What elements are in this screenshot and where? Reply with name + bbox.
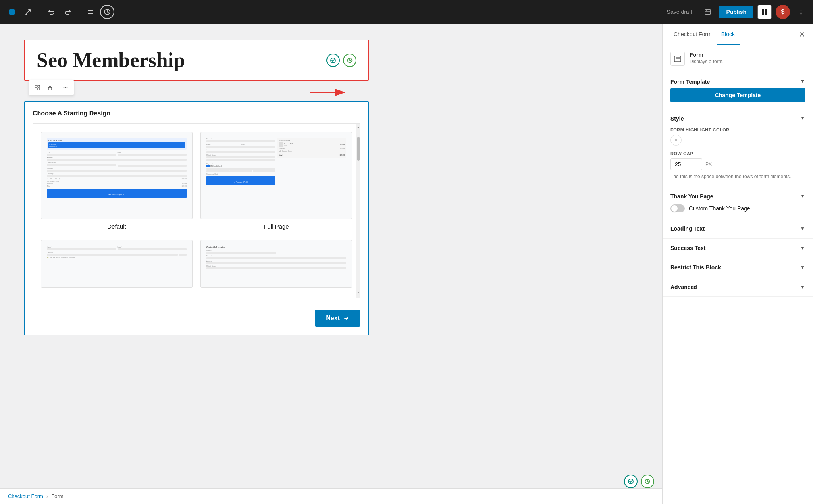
design-preview-contact: Contact Information Name * Email * Addre…: [200, 240, 352, 288]
breadcrumb-parent-link[interactable]: Checkout Form: [8, 493, 43, 499]
thank-you-header[interactable]: Thank You Page ▲: [670, 193, 805, 200]
design-grid: Choose A Plan ● Security$99.99/mo First …: [33, 124, 360, 298]
next-button[interactable]: Next: [315, 310, 360, 327]
list-view-button[interactable]: [83, 5, 98, 19]
thank-you-chevron: ▲: [800, 194, 805, 199]
change-template-button[interactable]: Change Template: [670, 88, 805, 102]
form-info-section: Form Displays a form.: [663, 45, 813, 72]
toolbar-left: [5, 5, 659, 19]
advanced-title: Advanced: [670, 284, 697, 290]
design-option-compact[interactable]: Name * Email * Payment 🔒 This is a secur…: [41, 240, 193, 290]
svg-rect-7: [762, 9, 764, 12]
svg-point-12: [801, 12, 802, 13]
toolbar-divider-1: [40, 6, 40, 17]
highlight-color-label: FORM HIGHLIGHT COLOR: [670, 127, 805, 132]
row-gap-field: ROW GAP PX The this is the space between…: [670, 151, 805, 180]
design-option-contact[interactable]: Contact Information Name * Email * Addre…: [200, 240, 352, 290]
svg-rect-1: [88, 10, 93, 11]
design-preview-fullpage: Email * First * Last Address United Stat…: [200, 132, 352, 219]
form-icon: [670, 52, 685, 66]
design-preview-default: Choose A Plan ● Security$99.99/mo First …: [41, 132, 193, 219]
svg-point-6: [706, 10, 707, 11]
svg-rect-9: [762, 12, 764, 15]
restrict-block-title: Restrict This Block: [670, 264, 721, 271]
floating-teal-icon[interactable]: [624, 475, 638, 488]
design-preview-compact: Name * Email * Payment 🔒 This is a secur…: [41, 240, 193, 288]
loading-text-chevron: ▼: [800, 226, 805, 231]
style-chevron: ▲: [800, 116, 805, 121]
sidebar-close-button[interactable]: ✕: [798, 29, 807, 40]
style-section-header[interactable]: Style ▲: [670, 115, 805, 122]
thank-you-toggle-row: Custom Thank You Page: [670, 204, 805, 212]
editor-area: Seo Membership: [0, 24, 662, 504]
style-title: Style: [670, 115, 684, 122]
block-title-wrapper: Seo Membership: [24, 40, 369, 81]
form-chooser-panel: Choose A Starting Design Choose A Plan ●…: [24, 101, 369, 335]
scroll-arrow-up[interactable]: ▲: [357, 125, 360, 129]
teal-icon-button[interactable]: [326, 54, 340, 67]
color-swatch[interactable]: [670, 135, 682, 146]
top-toolbar: Save draft Publish $: [0, 0, 813, 24]
toggle-knob: [671, 205, 678, 212]
design-label-default: Default: [107, 223, 126, 230]
restrict-block-chevron: ▼: [800, 265, 805, 270]
svg-point-11: [801, 10, 802, 11]
design-label-fullpage: Full Page: [264, 223, 289, 230]
form-info-text: Form Displays a form.: [690, 52, 724, 64]
svg-rect-3: [88, 13, 93, 14]
svg-point-13: [801, 13, 802, 15]
design-option-default[interactable]: Choose A Plan ● Security$99.99/mo First …: [41, 132, 193, 232]
floating-green-icon[interactable]: [641, 475, 654, 488]
scroll-arrow-down[interactable]: ▼: [357, 291, 360, 294]
redo-button[interactable]: [61, 5, 75, 19]
custom-thank-you-toggle[interactable]: [670, 204, 685, 212]
toggle-label: Custom Thank You Page: [689, 205, 750, 212]
chooser-title: Choose A Starting Design: [33, 110, 360, 117]
svg-rect-2: [88, 12, 93, 12]
breadcrumb-separator: ›: [46, 493, 48, 499]
user-avatar-button[interactable]: $: [776, 5, 790, 19]
green-icon-button[interactable]: [343, 54, 356, 67]
preview-button[interactable]: [701, 5, 715, 19]
tab-checkout-form[interactable]: Checkout Form: [669, 24, 717, 45]
highlight-color-field: FORM HIGHLIGHT COLOR: [670, 127, 805, 146]
toolbar-right: Save draft Publish $: [662, 5, 808, 19]
row-gap-input[interactable]: [670, 158, 702, 170]
design-option-fullpage[interactable]: Email * First * Last Address United Stat…: [200, 132, 352, 232]
design-grid-wrapper: Choose A Plan ● Security$99.99/mo First …: [33, 123, 360, 298]
more-options-button[interactable]: [794, 5, 808, 19]
edit-tool-button[interactable]: [21, 5, 36, 19]
main-layout: Seo Membership: [0, 0, 813, 504]
thank-you-section: Thank You Page ▲ Custom Thank You Page: [663, 187, 813, 219]
row-gap-helper: The this is the space between the rows o…: [670, 173, 805, 180]
undo-button[interactable]: [44, 5, 58, 19]
svg-rect-8: [765, 9, 767, 12]
settings-button[interactable]: [757, 5, 772, 19]
add-block-button[interactable]: [5, 5, 19, 19]
success-text-title: Success Text: [670, 245, 705, 251]
restrict-block-section[interactable]: Restrict This Block ▼: [663, 258, 813, 277]
loading-text-title: Loading Text: [670, 225, 705, 232]
tab-block[interactable]: Block: [717, 24, 740, 45]
success-text-section[interactable]: Success Text ▼: [663, 239, 813, 258]
toolbar-divider-2: [79, 6, 79, 17]
row-gap-label: ROW GAP: [670, 151, 805, 156]
form-template-title: Form Template: [670, 79, 710, 85]
row-gap-input-row: PX: [670, 158, 805, 170]
breadcrumb: Checkout Form › Form: [0, 488, 662, 504]
svg-rect-10: [765, 12, 767, 15]
publish-button[interactable]: Publish: [719, 6, 753, 18]
red-arrow: [306, 85, 353, 100]
scroll-bar[interactable]: ▲ ▼: [356, 124, 360, 298]
page-title: Seo Membership: [37, 48, 185, 72]
form-template-chevron: ▲: [800, 79, 805, 85]
options-button[interactable]: [100, 5, 114, 19]
scroll-handle[interactable]: [357, 137, 360, 161]
loading-text-section[interactable]: Loading Text ▼: [663, 219, 813, 239]
save-draft-button[interactable]: Save draft: [662, 6, 697, 18]
advanced-section[interactable]: Advanced ▼: [663, 277, 813, 297]
thank-you-title: Thank You Page: [670, 193, 713, 200]
title-icons: [326, 54, 356, 67]
style-section: Style ▲ FORM HIGHLIGHT COLOR ROW GAP: [663, 109, 813, 187]
form-template-header[interactable]: Form Template ▲: [670, 79, 805, 85]
